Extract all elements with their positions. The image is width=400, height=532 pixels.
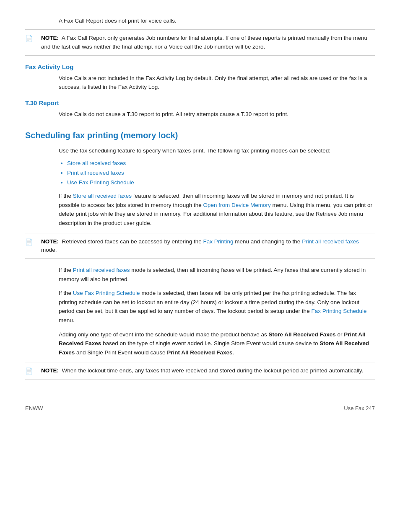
- note-label-2: NOTE:: [41, 238, 59, 245]
- bullet-link-3[interactable]: Use Fax Printing Schedule: [67, 179, 134, 186]
- page-footer: ENWW Use Fax 247: [25, 405, 375, 411]
- para4-mid2: based on the type of single event added …: [101, 340, 319, 346]
- para1-link1[interactable]: Store all received faxes: [73, 193, 132, 199]
- t30-report-body: Voice Calls do not cause a T.30 report t…: [59, 110, 375, 119]
- note-box-2: 📄 NOTE: Retrieved stored faxes can be ac…: [25, 233, 375, 259]
- para4-text: Adding only one type of event into the s…: [59, 331, 269, 338]
- note-content-1: NOTE: A Fax Call Report only generates J…: [41, 34, 375, 51]
- bullet-link-1[interactable]: Store all received faxes: [67, 160, 126, 166]
- note2-prefix: Retrieved stored faxes can be accessed b…: [62, 238, 203, 245]
- para3-link[interactable]: Use Fax Printing Schedule: [73, 290, 140, 296]
- t30-report-heading: T.30 Report: [25, 99, 375, 106]
- bullet-link-2[interactable]: Print all received faxes: [67, 170, 124, 176]
- para2-prefix: If the: [59, 267, 73, 273]
- fax-activity-log-body: Voice Calls are not included in the Fax …: [59, 74, 375, 92]
- para4-mid: or: [336, 331, 344, 338]
- note3-text: When the lockout time ends, any faxes th…: [62, 367, 364, 374]
- para3-link2[interactable]: Fax Printing Schedule: [311, 308, 366, 314]
- note-label-1: NOTE:: [41, 35, 59, 41]
- para4-mid3: and Single Print Event would cause: [75, 349, 167, 356]
- scheduling-heading: Scheduling fax printing (memory lock): [25, 131, 375, 140]
- bullet-item-1: Store all received faxes: [67, 160, 375, 166]
- para2-link[interactable]: Print all received faxes: [73, 267, 130, 273]
- footer-left: ENWW: [25, 405, 43, 411]
- note-content-3: NOTE: When the lockout time ends, any fa…: [41, 367, 363, 375]
- para4-b1: Store All Received Faxes: [269, 331, 336, 338]
- scheduling-bullet-list: Store all received faxes Print all recei…: [67, 160, 375, 186]
- note-icon-1: 📄: [25, 35, 37, 51]
- note-label-3: NOTE:: [41, 367, 59, 374]
- para1-link2[interactable]: Open from Device Memory: [203, 202, 270, 208]
- para1-prefix: If the: [59, 193, 73, 199]
- footer-right: Use Fax 247: [344, 405, 375, 411]
- note2-link1[interactable]: Fax Printing: [203, 238, 233, 245]
- para4-b4: Print All Received Faxes: [167, 349, 232, 356]
- note-box-3: 📄 NOTE: When the lockout time ends, any …: [25, 362, 375, 380]
- scheduling-para4: Adding only one type of event into the s…: [59, 330, 375, 357]
- note2-end: mode.: [41, 247, 57, 253]
- para3-prefix: If the: [59, 290, 73, 296]
- note-text-1: A Fax Call Report only generates Job num…: [41, 35, 367, 49]
- scheduling-para1: If the Store all received faxes feature …: [59, 191, 375, 227]
- scheduling-intro: Use the fax scheduling feature to specif…: [59, 146, 375, 155]
- fax-activity-log-heading: Fax Activity Log: [25, 63, 375, 70]
- note-box-1: 📄 NOTE: A Fax Call Report only generates…: [25, 29, 375, 56]
- bullet-item-3: Use Fax Printing Schedule: [67, 179, 375, 186]
- intro-paragraph: A Fax Call Report does not print for voi…: [59, 17, 375, 25]
- para4-end: .: [233, 349, 234, 356]
- page-content: A Fax Call Report does not print for voi…: [25, 17, 375, 411]
- para3-end2: menu.: [59, 317, 75, 323]
- bullet-item-2: Print all received faxes: [67, 170, 375, 176]
- note2-link2[interactable]: Print all received faxes: [302, 238, 359, 245]
- scheduling-para2: If the Print all received faxes mode is …: [59, 266, 375, 284]
- note-icon-2: 📄: [25, 238, 37, 255]
- scheduling-para3: If the Use Fax Printing Schedule mode is…: [59, 289, 375, 325]
- note-icon-3: 📄: [25, 367, 37, 375]
- note-content-2: NOTE: Retrieved stored faxes can be acce…: [41, 238, 375, 255]
- note2-mid: menu and changing to the: [234, 238, 302, 245]
